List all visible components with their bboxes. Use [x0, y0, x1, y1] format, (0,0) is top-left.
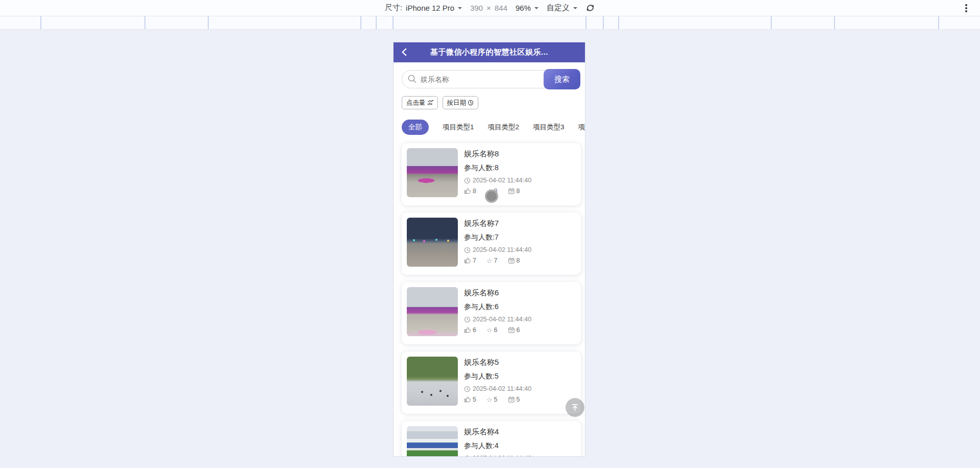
views-stat[interactable]: 19 8	[508, 257, 520, 264]
more-options-button[interactable]	[961, 3, 972, 14]
participants-count: 参与人数:8	[464, 163, 531, 173]
card-datetime: 2025-04-02 11:44:40	[473, 177, 531, 184]
search-button[interactable]: 搜索	[544, 69, 580, 89]
card-title: 娱乐名称4	[464, 427, 531, 437]
entertainment-card[interactable]: 娱乐名称6 参与人数:6 2025-04-02 11:44:40 6	[402, 282, 581, 344]
views-count: 5	[517, 396, 520, 403]
card-datetime: 2025-04-02 11:44:40	[473, 316, 531, 323]
chevron-down-icon	[458, 7, 462, 11]
thumbs-up-icon	[464, 396, 471, 403]
back-button[interactable]	[400, 48, 409, 57]
participants-count: 参与人数:4	[464, 441, 531, 451]
trending-chart-icon	[427, 100, 433, 106]
device-screen: 基于微信小程序的智慧社区娱乐... 搜索 点击量	[394, 42, 585, 456]
favorites-count: 7	[494, 257, 498, 264]
device-selector[interactable]: 尺寸: iPhone 12 Pro	[385, 3, 462, 13]
sort-by-date-chip[interactable]: 按日期	[443, 96, 479, 109]
calendar-icon: 19	[508, 326, 515, 334]
page-title: 基于微信小程序的智慧社区娱乐...	[430, 48, 548, 57]
category-tab[interactable]: 项目类型3	[533, 123, 565, 132]
app-nav-bar: 基于微信小程序的智慧社区娱乐...	[394, 42, 585, 62]
likes-stat[interactable]: 5	[464, 396, 476, 403]
chevron-down-icon	[534, 7, 538, 11]
device-mode-canvas: 基于微信小程序的智慧社区娱乐... 搜索 点击量	[0, 30, 980, 468]
favorites-stat[interactable]: ☆ 7	[486, 257, 498, 264]
views-count: 6	[517, 326, 520, 334]
entertainment-list: 娱乐名称8 参与人数:8 2025-04-02 11:44:40 8	[402, 143, 581, 456]
category-tabs: 全部项目类型1项目类型2项目类型3项目类型4	[402, 120, 585, 135]
card-thumbnail	[407, 218, 458, 267]
likes-count: 5	[473, 396, 476, 403]
favorites-count: 6	[494, 326, 498, 334]
card-thumbnail	[407, 287, 458, 336]
rotate-device-button[interactable]	[585, 3, 595, 13]
likes-stat[interactable]: 7	[464, 257, 476, 264]
entertainment-card[interactable]: 娱乐名称5 参与人数:5 2025-04-02 11:44:40 5	[402, 352, 581, 414]
star-icon: ☆	[486, 396, 493, 403]
svg-text:19: 19	[510, 330, 513, 332]
clock-icon	[464, 177, 471, 184]
search-icon	[407, 74, 417, 84]
views-count: 8	[517, 188, 520, 195]
viewport-height-field[interactable]: 844	[495, 4, 507, 12]
card-thumbnail	[407, 148, 458, 197]
likes-count: 8	[473, 188, 476, 195]
category-tab[interactable]: 项目类型1	[443, 123, 474, 132]
clock-icon	[464, 316, 471, 323]
back-to-top-button[interactable]	[566, 398, 584, 417]
throttling-value: 自定义	[547, 3, 570, 13]
viewport-width-field[interactable]: 390	[470, 4, 483, 12]
card-datetime: 2025-04-02 11:44:40	[473, 385, 531, 392]
views-count: 8	[517, 257, 520, 264]
participants-count: 参与人数:7	[464, 233, 531, 242]
calendar-icon: 19	[508, 188, 515, 195]
favorites-stat[interactable]: ☆ 6	[486, 326, 498, 334]
views-stat[interactable]: 19 8	[508, 188, 520, 195]
arrow-to-top-icon	[571, 403, 579, 412]
media-query-bar[interactable]	[0, 16, 980, 30]
favorites-stat[interactable]: ☆ 5	[486, 396, 498, 403]
sort-by-clicks-chip[interactable]: 点击量	[402, 96, 438, 109]
category-tab[interactable]: 项目类型2	[488, 123, 520, 132]
views-stat[interactable]: 19 6	[508, 326, 520, 334]
participants-count: 参与人数:5	[464, 372, 531, 381]
favorites-count: 5	[494, 396, 498, 403]
thumbs-up-icon	[464, 326, 471, 334]
devtools-device-toolbar: 尺寸: iPhone 12 Pro 390 × 844 96% 自定义	[0, 0, 980, 16]
clock-icon	[464, 247, 471, 253]
calendar-icon: 19	[508, 257, 515, 264]
star-icon: ☆	[486, 327, 493, 334]
card-title: 娱乐名称5	[464, 358, 531, 367]
entertainment-card[interactable]: 娱乐名称7 参与人数:7 2025-04-02 11:44:40 7	[402, 213, 581, 275]
zoom-selector[interactable]: 96%	[516, 4, 538, 12]
thumbs-up-icon	[464, 257, 471, 264]
svg-text:19: 19	[510, 191, 513, 193]
clock-icon	[464, 455, 471, 457]
zoom-value: 96%	[516, 4, 531, 12]
search-bar: 搜索	[402, 69, 580, 89]
sort-filters: 点击量 按日期	[402, 96, 580, 109]
svg-text:19: 19	[510, 260, 513, 263]
dimensions-label: 尺寸:	[385, 3, 402, 13]
entertainment-card[interactable]: 娱乐名称4 参与人数:4 2025-04-02 11:44:40 4	[402, 421, 581, 456]
card-thumbnail	[407, 426, 458, 456]
star-icon: ☆	[486, 258, 493, 264]
likes-stat[interactable]: 6	[464, 326, 476, 334]
views-stat[interactable]: 19 5	[508, 396, 520, 403]
sort-by-clicks-label: 点击量	[406, 99, 426, 107]
likes-stat[interactable]: 8	[464, 188, 476, 195]
device-rotate-icon	[585, 3, 595, 13]
participants-count: 参与人数:6	[464, 302, 531, 312]
chevron-down-icon	[573, 7, 577, 11]
card-datetime: 2025-04-02 11:44:40	[473, 246, 531, 253]
loading-spinner	[485, 190, 498, 203]
device-name: iPhone 12 Pro	[406, 4, 454, 12]
category-tab[interactable]: 全部	[402, 120, 429, 135]
throttling-selector[interactable]: 自定义	[547, 3, 577, 13]
entertainment-card[interactable]: 娱乐名称8 参与人数:8 2025-04-02 11:44:40 8	[402, 143, 581, 205]
clock-icon	[468, 100, 474, 106]
thumbs-up-icon	[464, 188, 471, 195]
likes-count: 6	[473, 326, 476, 334]
svg-text:19: 19	[510, 399, 513, 402]
category-tab[interactable]: 项目类型4	[578, 123, 585, 132]
